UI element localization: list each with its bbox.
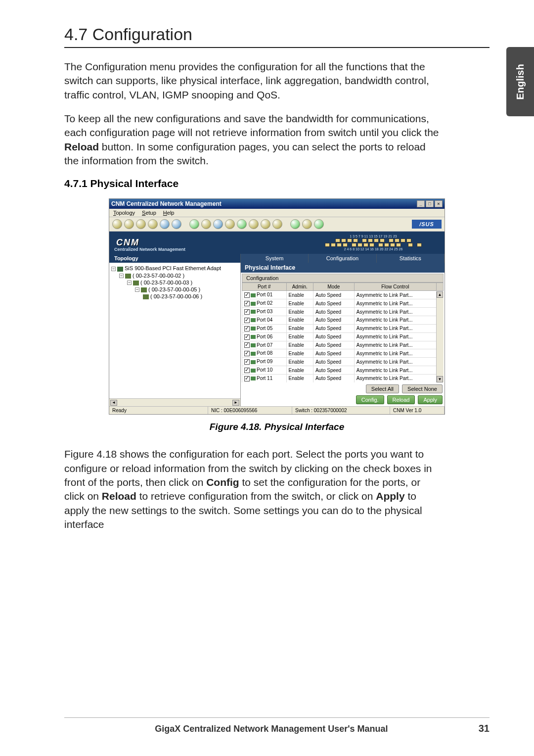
checkbox-icon[interactable] bbox=[244, 318, 250, 323]
status-version: CNM Ver 1.0 bbox=[390, 407, 445, 414]
port-icon bbox=[251, 327, 256, 331]
status-bar: Ready NIC : 00E006095566 Switch : 002357… bbox=[109, 406, 445, 414]
port-cell[interactable]: Port 04 bbox=[242, 316, 287, 324]
page-number: 31 bbox=[479, 723, 490, 734]
port-cell[interactable]: Port 03 bbox=[242, 308, 287, 316]
toolbar-icon[interactable] bbox=[225, 219, 235, 229]
toolbar-icon[interactable] bbox=[314, 219, 324, 229]
tree-root[interactable]: −SiS 900-Based PCI Fast Ethernet Adapt bbox=[111, 265, 238, 272]
toolbar-icon[interactable] bbox=[112, 219, 122, 229]
tab-topology[interactable]: Topology bbox=[109, 254, 241, 263]
checkbox-icon[interactable] bbox=[244, 334, 250, 340]
toolbar-icon[interactable] bbox=[148, 219, 158, 229]
checkbox-icon[interactable] bbox=[244, 342, 250, 348]
toolbar-icon[interactable] bbox=[302, 219, 312, 229]
toolbar-icon[interactable] bbox=[237, 219, 247, 229]
port-icon bbox=[251, 293, 256, 297]
screenshot-container: CNM Centralized Network Management _ □ ×… bbox=[64, 198, 490, 415]
table-row[interactable]: Port 08EnableAuto SpeedAsymmetric to Lin… bbox=[242, 349, 444, 358]
table-row[interactable]: Port 05EnableAuto SpeedAsymmetric to Lin… bbox=[242, 324, 444, 332]
scroll-left-icon[interactable]: ◄ bbox=[110, 400, 117, 406]
maximize-button[interactable]: □ bbox=[426, 200, 434, 207]
port-cell[interactable]: Port 05 bbox=[242, 324, 287, 332]
tree-hscroll[interactable]: ◄ ► bbox=[109, 398, 240, 406]
toolbar-icon[interactable] bbox=[249, 219, 259, 229]
admin-cell: Enable bbox=[286, 349, 313, 358]
toolbar-icon[interactable] bbox=[201, 219, 211, 229]
window-titlebar[interactable]: CNM Centralized Network Management _ □ × bbox=[109, 199, 445, 209]
table-row[interactable]: Port 01EnableAuto SpeedAsymmetric to Lin… bbox=[242, 291, 444, 299]
scroll-right-icon[interactable]: ► bbox=[232, 400, 239, 406]
toolbar-icon[interactable] bbox=[160, 219, 170, 229]
mode-cell: Auto Speed bbox=[313, 299, 354, 308]
mode-cell: Auto Speed bbox=[313, 341, 354, 349]
col-port[interactable]: Port # bbox=[242, 283, 287, 291]
port-cell[interactable]: Port 09 bbox=[242, 358, 287, 366]
toolbar-icon[interactable] bbox=[213, 219, 223, 229]
table-row[interactable]: Port 06EnableAuto SpeedAsymmetric to Lin… bbox=[242, 332, 444, 341]
port-cell[interactable]: Port 08 bbox=[242, 349, 287, 358]
toolbar-icon[interactable] bbox=[124, 219, 134, 229]
scroll-down-icon[interactable]: ▼ bbox=[437, 376, 443, 382]
col-mode[interactable]: Mode bbox=[313, 283, 354, 291]
table-row[interactable]: Port 09EnableAuto SpeedAsymmetric to Lin… bbox=[242, 358, 444, 366]
tree-node[interactable]: ( 00-23-57-00-00-06 ) bbox=[111, 293, 238, 300]
port-cell[interactable]: Port 01 bbox=[242, 291, 287, 299]
select-none-button[interactable]: Select None bbox=[402, 384, 443, 393]
tree-node[interactable]: −( 00-23-57-00-00-02 ) bbox=[111, 272, 238, 279]
close-button[interactable]: × bbox=[435, 200, 443, 207]
checkbox-icon[interactable] bbox=[244, 376, 250, 381]
apply-button[interactable]: Apply bbox=[418, 395, 443, 404]
minimize-button[interactable]: _ bbox=[417, 200, 425, 207]
checkbox-icon[interactable] bbox=[244, 368, 250, 373]
tree-node[interactable]: −( 00-23-57-00-00-03 ) bbox=[111, 279, 238, 286]
tab-configuration[interactable]: Configuration bbox=[309, 254, 376, 263]
tab-system[interactable]: System bbox=[241, 254, 309, 263]
checkbox-icon[interactable] bbox=[244, 359, 250, 365]
port-cell[interactable]: Port 10 bbox=[242, 366, 287, 375]
tab-statistics[interactable]: Statistics bbox=[377, 254, 445, 263]
checkbox-icon[interactable] bbox=[244, 351, 250, 356]
checkbox-icon[interactable] bbox=[244, 301, 250, 306]
toolbar-icon[interactable] bbox=[189, 219, 199, 229]
scroll-up-icon[interactable]: ▲ bbox=[437, 291, 443, 298]
tree-node[interactable]: −( 00-23-57-00-00-05 ) bbox=[111, 286, 238, 293]
table-row[interactable]: Port 07EnableAuto SpeedAsymmetric to Lin… bbox=[242, 341, 444, 349]
config-button[interactable]: Config. bbox=[356, 395, 384, 404]
toolbar-icon[interactable] bbox=[172, 219, 181, 229]
menu-setup[interactable]: Setup bbox=[142, 210, 156, 216]
table-row[interactable]: Port 04EnableAuto SpeedAsymmetric to Lin… bbox=[242, 316, 444, 324]
p3-apply: Apply bbox=[376, 490, 404, 502]
p2-text-b: button. In some configuration pages, you… bbox=[64, 141, 426, 166]
toolbar-icon[interactable] bbox=[290, 219, 300, 229]
checkbox-icon[interactable] bbox=[244, 309, 250, 315]
toolbar-icon[interactable] bbox=[272, 219, 282, 229]
port-numbers-bottom: 2 4 6 8 10 12 14 16 18 20 22 24 25 26 bbox=[344, 247, 403, 251]
table-row[interactable]: Port 03EnableAuto SpeedAsymmetric to Lin… bbox=[242, 308, 444, 316]
toolbar-icon[interactable] bbox=[136, 219, 146, 229]
flow-cell: Asymmetric to Link Part... bbox=[354, 366, 436, 375]
checkbox-icon[interactable] bbox=[244, 292, 250, 298]
menu-topology[interactable]: Topology bbox=[113, 210, 135, 216]
port-cell[interactable]: Port 07 bbox=[242, 341, 287, 349]
toolbar-icon[interactable] bbox=[261, 219, 270, 229]
panel-title: Physical Interface bbox=[241, 263, 445, 273]
menu-help[interactable]: Help bbox=[163, 210, 175, 216]
checkbox-icon[interactable] bbox=[244, 326, 250, 331]
grid-vscroll[interactable]: ▲ ▼ bbox=[436, 291, 444, 382]
port-cell[interactable]: Port 06 bbox=[242, 332, 287, 341]
port-cell[interactable]: Port 02 bbox=[242, 299, 287, 308]
flow-cell: Asymmetric to Link Part... bbox=[354, 324, 436, 332]
flow-cell: Asymmetric to Link Part... bbox=[354, 375, 436, 383]
table-row[interactable]: Port 10EnableAuto SpeedAsymmetric to Lin… bbox=[242, 366, 444, 375]
reload-button[interactable]: Reload bbox=[387, 395, 415, 404]
flow-cell: Asymmetric to Link Part... bbox=[354, 299, 436, 308]
port-cell[interactable]: Port 11 bbox=[242, 375, 287, 383]
col-admin[interactable]: Admin. bbox=[286, 283, 313, 291]
table-row[interactable]: Port 11EnableAuto SpeedAsymmetric to Lin… bbox=[242, 375, 444, 383]
col-flow[interactable]: Flow Control bbox=[354, 283, 436, 291]
heading-rule bbox=[64, 47, 490, 48]
table-row[interactable]: Port 02EnableAuto SpeedAsymmetric to Lin… bbox=[242, 299, 444, 308]
admin-cell: Enable bbox=[286, 316, 313, 324]
select-all-button[interactable]: Select All bbox=[366, 384, 399, 393]
